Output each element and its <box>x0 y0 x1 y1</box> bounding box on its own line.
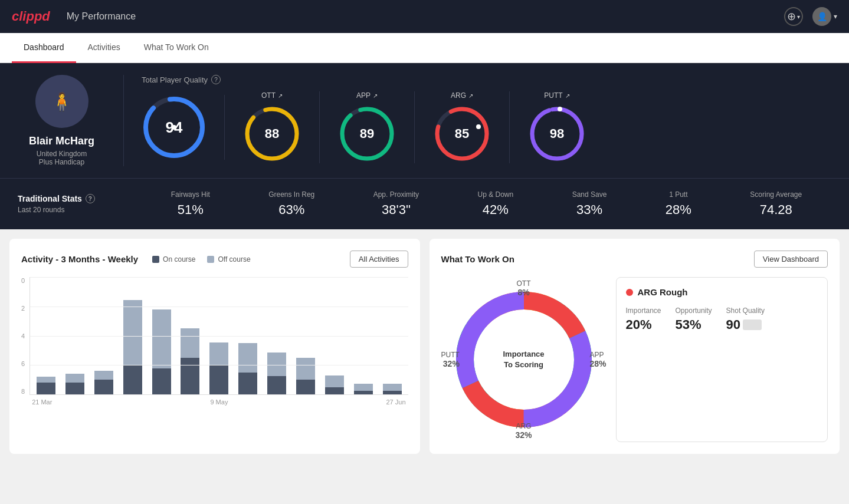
arrow-icon: ↗ <box>468 93 473 99</box>
x-label-9may: 9 May <box>210 398 228 406</box>
legend-on-course: On course <box>152 255 195 263</box>
what-to-work-on-panel: What To Work On View Dashboard Impo <box>430 239 840 454</box>
metric-value: 90 <box>726 317 740 332</box>
stat-up-and-down: Up & Down 42% <box>478 190 514 218</box>
stat-scoring-avg: Scoring Average 74.28 <box>750 190 802 218</box>
add-dropdown-icon: ▾ <box>797 14 800 20</box>
hero-section: 🧍 Blair McHarg United Kingdom Plus Handi… <box>0 63 849 178</box>
stats-label: Traditional Stats ? Last 20 rounds <box>18 194 124 214</box>
nav-tabs: Dashboard Activities What To Work On <box>0 33 849 63</box>
all-activities-button[interactable]: All Activities <box>350 251 408 268</box>
gauge-arg-label: ARG ↗ <box>451 91 473 100</box>
shot-quality-badge <box>743 319 762 330</box>
user-menu[interactable]: 👤 ▾ <box>812 7 837 26</box>
gauge-arg-value: 85 <box>455 126 469 141</box>
gauge-putt: PUTT ↗ 98 <box>510 91 604 163</box>
gauge-arg: ARG ↗ 85 <box>415 91 510 163</box>
gauges-area: Total Player Quality ? 94 OTT <box>124 75 831 166</box>
logo: clippd My Performance <box>12 9 136 24</box>
chart-y-labels: 8 6 4 2 0 <box>21 277 29 395</box>
gauge-app-label: APP ↗ <box>356 91 378 100</box>
stat-value: 38'3" <box>373 202 419 218</box>
info-icon[interactable]: ? <box>86 194 95 203</box>
card-dot <box>626 289 633 296</box>
gauge-ott-value: 88 <box>265 126 279 141</box>
stat-value: 74.28 <box>750 202 802 218</box>
stats-items: Fairways Hit 51% Greens In Reg 63% App. … <box>124 190 831 218</box>
app-header: clippd My Performance ⊕ ▾ 👤 ▾ <box>0 0 849 33</box>
stat-1-putt: 1 Putt 28% <box>666 190 691 218</box>
arrow-icon: ↗ <box>565 93 570 99</box>
stat-label: Scoring Average <box>750 190 802 199</box>
gauge-ott-label: OTT ↗ <box>261 91 283 100</box>
gauge-main-svg: 94 <box>142 95 206 160</box>
metric-label: Shot Quality <box>726 307 765 315</box>
donut-chart: ImportanceTo Scoring OTT 8% APP 28% ARG … <box>441 277 607 442</box>
x-label-21mar: 21 Mar <box>32 398 52 406</box>
tab-what-to-work-on[interactable]: What To Work On <box>132 33 221 63</box>
gauge-app-value: 89 <box>360 126 374 141</box>
wtwon-panel-header: What To Work On View Dashboard <box>441 251 828 268</box>
activity-panel-header: Activity - 3 Months - Weekly On course O… <box>21 251 408 268</box>
stats-subtitle: Last 20 rounds <box>18 206 106 214</box>
player-country: United Kingdom <box>37 150 87 158</box>
stat-label: Up & Down <box>478 190 514 199</box>
donut-center: ImportanceTo Scoring <box>503 349 544 370</box>
avatar: 🧍 <box>35 75 88 128</box>
add-button[interactable]: ⊕ ▾ <box>784 7 803 26</box>
gauge-arg-svg: 85 <box>432 104 491 163</box>
stat-greens-reg: Greens In Reg 63% <box>268 190 314 218</box>
logo-text: clippd <box>12 9 50 24</box>
info-icon[interactable]: ? <box>211 75 221 84</box>
total-quality-label: Total Player Quality ? <box>142 75 831 84</box>
donut-label-putt: PUTT 32% <box>441 351 460 368</box>
user-dropdown-icon: ▾ <box>834 12 837 21</box>
metric-value: 53% <box>676 317 712 332</box>
stat-value: 33% <box>572 202 607 218</box>
gauge-app: APP ↗ 89 <box>320 91 415 163</box>
gauge-main-value: 94 <box>166 118 183 137</box>
gauge-main: 94 <box>142 95 225 160</box>
donut-label-app: APP 28% <box>589 351 606 368</box>
legend-swatch-off <box>207 256 214 263</box>
gauge-putt-value: 98 <box>550 126 564 141</box>
gauge-ott: OTT ↗ 88 <box>225 91 320 163</box>
wtwon-card-area: ARG Rough Importance 20% Opportunity 53%… <box>616 277 828 442</box>
gauges-row: 94 OTT ↗ 88 AP <box>142 91 831 163</box>
arrow-icon: ↗ <box>278 93 283 99</box>
y-label: 2 <box>21 305 25 312</box>
stats-row: Traditional Stats ? Last 20 rounds Fairw… <box>0 178 849 229</box>
gauge-putt-svg: 98 <box>527 104 586 163</box>
gauge-ott-svg: 88 <box>242 104 301 163</box>
stat-value: 42% <box>478 202 514 218</box>
tab-activities[interactable]: Activities <box>76 33 132 63</box>
donut-label-arg: ARG 32% <box>515 422 532 440</box>
card-metrics: Importance 20% Opportunity 53% Shot Qual… <box>626 307 818 332</box>
arrow-icon: ↗ <box>373 93 378 99</box>
plus-icon: ⊕ <box>787 10 796 23</box>
gauge-putt-label: PUTT ↗ <box>544 91 569 100</box>
avatar: 👤 <box>812 7 831 26</box>
svg-point-9 <box>476 124 481 129</box>
y-label: 4 <box>21 332 25 340</box>
player-handicap: Plus Handicap <box>39 158 84 166</box>
bottom-panels: Activity - 3 Months - Weekly On course O… <box>0 229 849 463</box>
player-name: Blair McHarg <box>29 135 94 147</box>
legend-swatch-on <box>152 256 159 263</box>
tab-dashboard[interactable]: Dashboard <box>12 33 76 63</box>
stats-title: Traditional Stats ? <box>18 194 106 203</box>
wtwon-title: What To Work On <box>441 254 514 264</box>
metric-opportunity: Opportunity 53% <box>676 307 712 332</box>
view-dashboard-button[interactable]: View Dashboard <box>754 251 828 268</box>
metric-shot-quality: Shot Quality 90 <box>726 307 765 332</box>
legend-off-course: Off course <box>207 255 250 263</box>
header-title: My Performance <box>67 11 136 22</box>
stat-label: App. Proximity <box>373 190 419 199</box>
metric-label: Importance <box>626 307 661 315</box>
metric-importance: Importance 20% <box>626 307 661 332</box>
player-info: 🧍 Blair McHarg United Kingdom Plus Handi… <box>18 75 124 166</box>
activity-panel-title: Activity - 3 Months - Weekly <box>21 254 138 264</box>
activity-panel: Activity - 3 Months - Weekly On course O… <box>9 239 420 454</box>
stat-label: Greens In Reg <box>268 190 314 199</box>
wtwon-content: ImportanceTo Scoring OTT 8% APP 28% ARG … <box>441 277 828 442</box>
